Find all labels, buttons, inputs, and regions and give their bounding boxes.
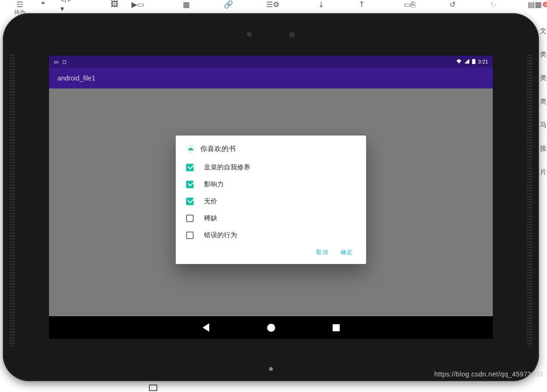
checkbox-3[interactable] (186, 215, 194, 222)
editor-bottom-icon (149, 384, 157, 391)
status-bar: ▭ ◻ 3:21 (49, 56, 493, 68)
speaker-right (527, 55, 532, 346)
option-label-1: 影响力 (204, 180, 224, 189)
svg-point-2 (189, 149, 190, 149)
android-icon (186, 144, 196, 153)
recents-icon (333, 324, 340, 331)
nav-bar (49, 316, 493, 339)
home-button[interactable] (267, 323, 275, 332)
back-button[interactable] (202, 323, 210, 332)
dialog-actions: 取消 确定 (186, 244, 356, 261)
export-icon[interactable]: ⤒ (358, 0, 365, 8)
image-icon[interactable]: 🖼 (111, 0, 118, 8)
option-row-0[interactable]: 韭菜的自我修养 (186, 159, 356, 176)
list-icon: ☲ (14, 0, 25, 8)
checkbox-2[interactable] (186, 198, 194, 205)
camera-icon (289, 32, 295, 38)
screen: ▭ ◻ 3:21 android_file1 (49, 56, 493, 339)
save-icon[interactable]: ▭⎘ (404, 0, 416, 8)
cancel-button[interactable]: 取消 (316, 248, 328, 256)
app-body: 你喜欢的书 韭菜的自我修养 影响力 无价 稀缺 (49, 88, 493, 316)
home-icon (267, 324, 275, 332)
recents-button[interactable] (332, 323, 340, 332)
option-row-4[interactable]: 错误的行为 (186, 227, 356, 244)
status-time: 3:21 (478, 59, 488, 64)
table-icon[interactable]: ▦ (183, 0, 190, 8)
new-badge: new (543, 2, 547, 7)
option-label-3: 稀缺 (204, 214, 217, 223)
import-icon[interactable]: ⤓ (318, 0, 324, 8)
app-title: android_file1 (57, 74, 95, 82)
option-label-0: 韭菜的自我修养 (204, 163, 250, 172)
tablet-frame: ▭ ◻ 3:21 android_file1 (3, 13, 539, 381)
link-icon[interactable]: 🔗 (224, 0, 233, 8)
status-app-icon-1: ▭ (54, 59, 58, 65)
camera-group (247, 32, 295, 38)
dialog: 你喜欢的书 韭菜的自我修养 影响力 无价 稀缺 (176, 136, 366, 264)
option-label-4: 错误的行为 (204, 231, 237, 240)
video-icon[interactable]: ▶▭ (132, 0, 144, 8)
wifi-icon (456, 59, 462, 64)
speaker-left (9, 55, 15, 346)
confirm-button[interactable]: 确定 (341, 248, 353, 256)
option-row-2[interactable]: 无价 (186, 193, 356, 210)
option-row-3[interactable]: 稀缺 (186, 210, 356, 227)
svg-rect-1 (473, 59, 474, 59)
sensor-dot (247, 32, 252, 37)
quote-icon[interactable]: ❝ (40, 0, 46, 8)
option-label-2: 无价 (204, 197, 217, 206)
back-icon (203, 323, 209, 332)
code-icon[interactable]: </> ▾ (60, 0, 71, 8)
signal-icon (465, 59, 469, 64)
settings-icon[interactable]: ☰⚙ (267, 0, 278, 8)
watermark: https://blog.csdn.net/qq_45973003 (434, 370, 543, 378)
status-app-icon-2: ◻ (62, 59, 66, 65)
app-bar: android_file1 (49, 68, 493, 88)
layout-icon[interactable]: ▤▦new (536, 0, 547, 8)
option-row-1[interactable]: 影响力 (186, 176, 356, 193)
checkbox-4[interactable] (186, 232, 194, 239)
checkbox-1[interactable] (186, 181, 194, 188)
checkbox-0[interactable] (186, 164, 194, 171)
right-strip: 文 类类 类马 接片 (539, 19, 547, 376)
redo-icon[interactable]: ↻ (490, 0, 496, 8)
svg-point-3 (192, 149, 192, 149)
home-indicator (269, 367, 273, 371)
editor-toolbar: ☲ 待办 ❝ </> ▾ 🖼 ▶▭ ▦ 🔗 ☰⚙ ⤓ ⤒ ▭⎘ ↺ ↻ ▤▦ne… (0, 0, 547, 12)
undo-icon[interactable]: ↺ (449, 0, 456, 8)
battery-icon (472, 59, 475, 65)
dialog-title: 你喜欢的书 (200, 144, 236, 153)
svg-rect-0 (472, 59, 475, 64)
